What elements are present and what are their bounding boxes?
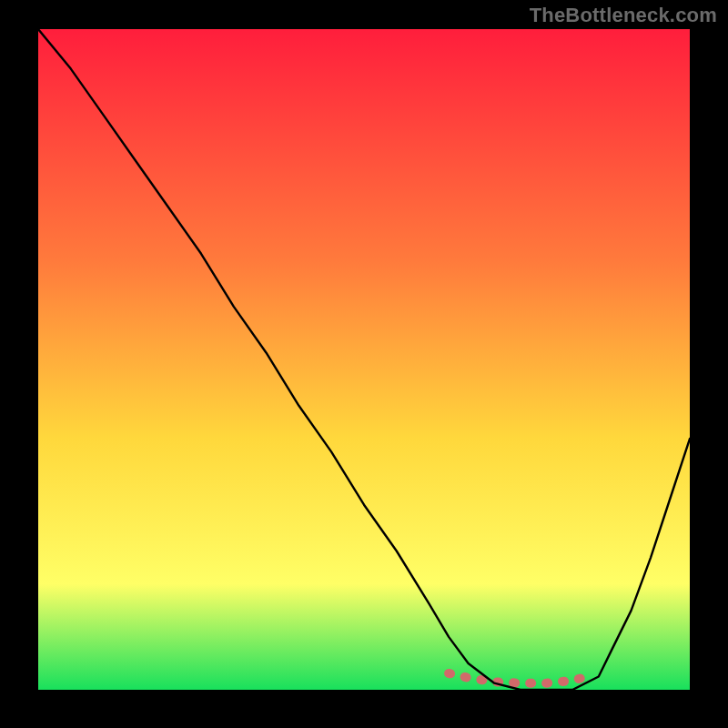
chart-svg [38, 29, 690, 690]
plot-area [38, 29, 690, 690]
watermark-text: TheBottleneck.com [530, 4, 717, 27]
chart-container: TheBottleneck.com [0, 0, 728, 728]
gradient-background [38, 29, 690, 690]
